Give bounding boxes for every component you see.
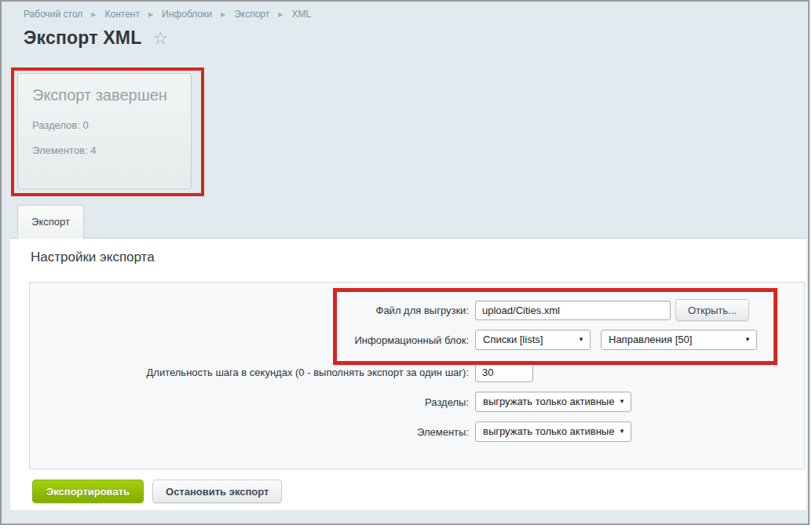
breadcrumb-item-iblocks[interactable]: Инфоблоки: [162, 9, 212, 20]
breadcrumb-item-export[interactable]: Экспорт: [234, 9, 269, 20]
form-actions: Экспортировать Остановить экспорт: [32, 480, 282, 503]
step-duration-input[interactable]: [475, 363, 533, 382]
breadcrumb-item-xml[interactable]: XML: [291, 9, 311, 20]
iblock-selected-value: Направления [50]: [609, 334, 692, 345]
favorite-star-icon[interactable]: ☆: [152, 28, 168, 49]
sections-mode-selected-value: выгружать только активные: [483, 396, 614, 407]
breadcrumb-item-desktop[interactable]: Рабочий стол: [24, 9, 82, 20]
chevron-right-icon: ▶: [148, 11, 153, 18]
sections-count-value: 0: [83, 119, 89, 131]
open-file-button[interactable]: Открыть...: [675, 299, 749, 321]
elements-count: Элементов: 4: [32, 144, 97, 156]
admin-window: Рабочий стол ▶ Контент ▶ Инфоблоки ▶ Экс…: [0, 0, 810, 525]
export-button[interactable]: Экспортировать: [32, 480, 144, 503]
iblock-select[interactable]: Направления [50] ▼: [601, 330, 757, 350]
step-duration-label: Длительность шага в секундах (0 - выполн…: [30, 367, 469, 378]
form-row-elements: Элементы: выгружать только активные ▼: [30, 421, 804, 442]
elements-count-label: Элементов:: [32, 144, 88, 156]
breadcrumb-item-content[interactable]: Контент: [104, 9, 139, 20]
iblock-type-select[interactable]: Списки [lists] ▼: [475, 330, 591, 350]
tab-export[interactable]: Экспорт: [17, 205, 84, 239]
form-row-iblock: Информационный блок: Списки [lists] ▼ На…: [30, 330, 804, 350]
chevron-down-icon: ▼: [619, 392, 625, 411]
chevron-right-icon: ▶: [91, 11, 96, 18]
elements-count-value: 4: [90, 144, 96, 156]
export-settings-form: Файл для выгрузки: Открыть... Информацио…: [29, 282, 805, 469]
file-input[interactable]: [475, 301, 671, 320]
page-title: Экспорт XML: [24, 27, 141, 49]
stop-export-button[interactable]: Остановить экспорт: [152, 480, 282, 503]
export-settings-panel: Настройки экспорта Файл для выгрузки: От…: [10, 238, 807, 510]
chevron-down-icon: ▼: [578, 330, 584, 349]
sections-count-label: Разделов:: [32, 119, 80, 131]
form-row-sections: Разделы: выгружать только активные ▼: [30, 392, 804, 412]
breadcrumb: Рабочий стол ▶ Контент ▶ Инфоблоки ▶ Экс…: [24, 9, 311, 20]
elements-label: Элементы:: [30, 426, 469, 438]
iblock-label: Информационный блок:: [30, 334, 469, 346]
sections-mode-select[interactable]: выгружать только активные ▼: [475, 392, 631, 412]
elements-mode-select[interactable]: выгружать только активные ▼: [475, 421, 631, 442]
chevron-down-icon: ▼: [619, 422, 625, 441]
form-row-file: Файл для выгрузки: Открыть...: [30, 299, 804, 321]
file-label: Файл для выгрузки:: [30, 305, 469, 316]
elements-mode-selected-value: выгружать только активные: [483, 425, 614, 437]
form-row-step: Длительность шага в секундах (0 - выполн…: [30, 363, 804, 382]
iblock-type-selected-value: Списки [lists]: [483, 334, 543, 345]
section-heading: Настройки экспорта: [31, 250, 155, 265]
chevron-right-icon: ▶: [221, 11, 225, 18]
sections-count: Разделов: 0: [32, 119, 89, 131]
chevron-right-icon: ▶: [278, 11, 283, 18]
chevron-down-icon: ▼: [744, 330, 751, 349]
export-status-box: Экспорт завершен Разделов: 0 Элементов: …: [17, 73, 192, 189]
export-status-title: Экспорт завершен: [32, 86, 167, 104]
sections-label: Разделы:: [30, 396, 469, 408]
